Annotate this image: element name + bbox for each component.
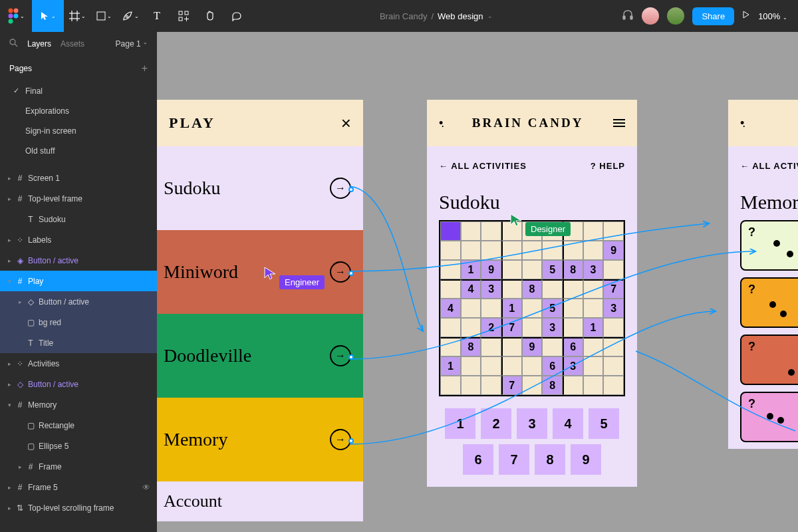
sudoku-cell[interactable]: 8 [563, 260, 583, 279]
sudoku-cell[interactable] [583, 241, 604, 260]
sudoku-cell[interactable] [440, 376, 461, 395]
numpad-button[interactable]: 7 [499, 444, 529, 475]
arrow-icon[interactable]: → [330, 261, 351, 283]
sudoku-cell[interactable] [522, 318, 543, 337]
user-avatar-1[interactable] [642, 7, 659, 25]
sudoku-cell[interactable] [501, 356, 522, 376]
layer-row[interactable]: ▢bg red [0, 312, 157, 332]
hand-tool[interactable] [197, 0, 223, 32]
sudoku-cell[interactable] [440, 337, 461, 356]
layer-row[interactable]: ▸#Frame 5👁 [0, 477, 157, 497]
game-row-doodleville[interactable]: Doodleville→ [157, 314, 363, 398]
layer-row[interactable]: ▾#Memory [0, 394, 157, 415]
present-icon[interactable] [742, 10, 750, 22]
sudoku-cell[interactable]: 7 [501, 376, 522, 395]
sudoku-cell[interactable]: 9 [522, 337, 543, 356]
nav-back[interactable]: ← ALL ACTIVITIES [439, 161, 527, 171]
sudoku-cell[interactable] [501, 279, 522, 299]
sudoku-grid[interactable]: 91958343874153273189616378 [439, 220, 625, 396]
page-item[interactable]: Explorations [0, 101, 157, 121]
sudoku-cell[interactable]: 3 [603, 299, 624, 318]
page-item[interactable]: Final [0, 81, 157, 101]
sudoku-cell[interactable]: 8 [522, 279, 543, 299]
sudoku-cell[interactable]: 3 [542, 318, 563, 337]
comment-tool[interactable] [223, 0, 250, 32]
sudoku-cell[interactable]: 7 [603, 279, 624, 299]
sudoku-cell[interactable] [522, 356, 543, 376]
sudoku-cell[interactable] [501, 337, 522, 356]
close-icon[interactable]: × [341, 113, 351, 134]
layer-row[interactable]: TTitle [0, 332, 157, 353]
sudoku-cell[interactable] [563, 376, 583, 395]
sudoku-cell[interactable]: 2 [481, 318, 501, 337]
sudoku-cell[interactable]: 6 [563, 337, 583, 356]
frame-play[interactable]: PLAY × Sudoku→ Miniword→ Doodleville→ Me… [157, 100, 363, 521]
sudoku-cell[interactable] [461, 221, 481, 241]
sudoku-cell[interactable]: 4 [461, 279, 481, 299]
layer-row[interactable]: ▸⇅Top-level scrolling frame [0, 497, 157, 518]
sudoku-cell[interactable] [501, 241, 522, 260]
sudoku-cell[interactable] [603, 221, 624, 241]
layer-row[interactable]: ▢Ellipse 5 [0, 436, 157, 456]
sudoku-cell[interactable] [563, 279, 583, 299]
file-name[interactable]: Web design [438, 11, 483, 21]
headphones-icon[interactable] [622, 9, 634, 23]
pen-tool[interactable]: ⌄ [117, 0, 144, 32]
layer-row[interactable]: ▸⁘Labels [0, 229, 157, 250]
arrow-icon[interactable]: → [330, 178, 351, 199]
numpad-button[interactable]: 8 [535, 444, 565, 475]
sudoku-cell[interactable] [461, 376, 481, 395]
sudoku-cell[interactable] [583, 221, 604, 241]
sudoku-cell[interactable] [522, 299, 543, 318]
sudoku-cell[interactable] [542, 241, 563, 260]
sudoku-cell[interactable] [563, 241, 583, 260]
memory-card[interactable]: ? [740, 220, 798, 271]
sudoku-cell[interactable] [481, 221, 501, 241]
sudoku-cell[interactable] [603, 356, 624, 376]
sudoku-cell[interactable] [440, 260, 461, 279]
sudoku-cell[interactable] [481, 376, 501, 395]
numpad-button[interactable]: 4 [553, 408, 583, 439]
sudoku-cell[interactable]: 5 [542, 260, 563, 279]
sudoku-cell[interactable]: 7 [501, 318, 522, 337]
sudoku-cell[interactable]: 1 [501, 299, 522, 318]
sudoku-cell[interactable] [542, 337, 563, 356]
sudoku-cell[interactable] [522, 376, 543, 395]
layer-row[interactable]: ▢Rectangle [0, 415, 157, 436]
sudoku-cell[interactable] [481, 337, 501, 356]
sudoku-cell[interactable]: 9 [481, 260, 501, 279]
layer-row[interactable]: ▸#Frame [0, 456, 157, 477]
sudoku-cell[interactable] [481, 356, 501, 376]
sudoku-cell[interactable] [583, 279, 604, 299]
sudoku-cell[interactable]: 9 [603, 241, 624, 260]
sudoku-cell[interactable] [603, 337, 624, 356]
page-selector[interactable]: Page 1 ⌃ [116, 39, 148, 49]
sudoku-cell[interactable] [583, 337, 604, 356]
nav-help[interactable]: ? HELP [591, 161, 625, 171]
sudoku-cell[interactable] [440, 318, 461, 337]
page-item[interactable]: Old stuff [0, 141, 157, 161]
sudoku-cell[interactable] [563, 318, 583, 337]
search-icon[interactable] [9, 39, 18, 49]
sudoku-cell[interactable] [542, 279, 563, 299]
zoom-level[interactable]: 100% ⌄ [758, 11, 787, 21]
layer-row[interactable]: ▸⁘Activities [0, 353, 157, 374]
numpad-button[interactable]: 5 [589, 408, 619, 439]
memory-card[interactable]: ? [740, 392, 798, 442]
numpad-button[interactable]: 2 [481, 408, 511, 439]
hamburger-icon[interactable] [613, 119, 625, 127]
figma-menu[interactable]: ⌄ [0, 0, 32, 32]
sudoku-cell[interactable] [522, 241, 543, 260]
layer-row[interactable]: ▸#Top-level frame [0, 188, 157, 209]
sudoku-cell[interactable] [461, 318, 481, 337]
sudoku-cell[interactable]: 1 [461, 260, 481, 279]
sudoku-cell[interactable] [481, 299, 501, 318]
numpad-button[interactable]: 9 [571, 444, 601, 475]
frame-tool[interactable]: ⌄ [64, 0, 90, 32]
game-row-account[interactable]: Account [157, 481, 363, 521]
sudoku-cell[interactable] [440, 221, 461, 241]
memory-card[interactable]: ? [740, 277, 798, 328]
nav-back-partial[interactable]: ← ALL ACTIVI [740, 161, 798, 171]
sudoku-cell[interactable] [563, 299, 583, 318]
sudoku-cell[interactable] [461, 356, 481, 376]
